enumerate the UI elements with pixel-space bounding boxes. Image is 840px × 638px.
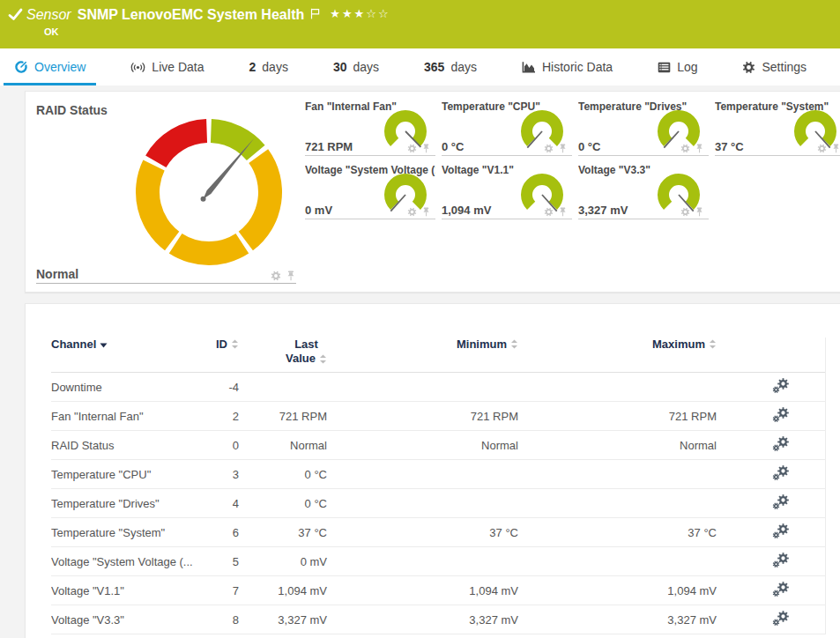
tab-label: days bbox=[262, 60, 288, 74]
gauge-cell: Voltage "V1.1"1,094 mV bbox=[442, 163, 572, 219]
gear-icon[interactable] bbox=[817, 144, 827, 153]
sort-desc-icon bbox=[100, 338, 108, 351]
gauge-value: 37 °C bbox=[715, 140, 744, 153]
gauge-value: 721 RPM bbox=[305, 140, 353, 153]
channel-settings-gears-icon[interactable] bbox=[772, 378, 790, 394]
gear-icon bbox=[742, 61, 755, 74]
channel-name-cell: Voltage "V3.3" bbox=[51, 613, 197, 627]
priority-stars[interactable]: ★★★☆☆ bbox=[330, 6, 390, 22]
raid-gauge-value: Normal bbox=[36, 267, 78, 281]
column-header-last-value[interactable]: Last Value bbox=[239, 338, 327, 366]
channel-name-cell: Fan "Internal Fan" bbox=[51, 410, 197, 423]
star-filled-icon[interactable]: ★ bbox=[342, 7, 354, 20]
star-filled-icon[interactable]: ★ bbox=[330, 7, 342, 20]
column-header-channel[interactable]: Channel bbox=[51, 338, 197, 351]
channel-settings-gears-icon[interactable] bbox=[772, 436, 790, 452]
gauge-value: 0 mV bbox=[305, 204, 332, 217]
gauge-icon bbox=[14, 60, 28, 74]
channel-name-cell: RAID Status bbox=[51, 439, 197, 452]
table-row: Temperature "Drives"40 °C bbox=[51, 489, 825, 518]
tab-30-days[interactable]: 30days bbox=[323, 48, 390, 85]
gear-icon[interactable] bbox=[407, 144, 417, 153]
tab-365-days[interactable]: 365days bbox=[413, 48, 487, 85]
tab-bar: OverviewLive Data2days30days365daysHisto… bbox=[0, 48, 840, 85]
column-header-maximum[interactable]: Maximum bbox=[518, 338, 717, 351]
log-icon bbox=[658, 62, 671, 73]
minimum-cell: 721 RPM bbox=[327, 410, 518, 423]
channel-id-cell: 0 bbox=[197, 439, 239, 452]
pin-icon[interactable] bbox=[421, 207, 431, 217]
column-header-minimum[interactable]: Minimum bbox=[327, 338, 518, 351]
pin-icon[interactable] bbox=[286, 271, 296, 281]
last-value-cell: 0 °C bbox=[239, 497, 327, 510]
broadcast-icon bbox=[130, 61, 145, 74]
star-empty-icon[interactable]: ☆ bbox=[378, 7, 390, 20]
tab-log[interactable]: Log bbox=[647, 48, 708, 85]
pin-icon[interactable] bbox=[558, 144, 568, 153]
table-row: Temperature "CPU"30 °C bbox=[51, 460, 825, 489]
gauge-cell: Fan "Internal Fan"721 RPM bbox=[305, 100, 435, 156]
pin-icon[interactable] bbox=[695, 144, 704, 153]
tab-2-days[interactable]: 2days bbox=[239, 48, 299, 85]
gear-icon[interactable] bbox=[407, 207, 417, 217]
channel-settings-gears-icon[interactable] bbox=[772, 582, 790, 597]
area-chart-icon bbox=[522, 61, 536, 73]
gauge-value: 0 °C bbox=[578, 140, 600, 153]
table-header-row: Channel ID Last Value Minimum Maximum bbox=[51, 338, 825, 373]
channel-settings-gears-icon[interactable] bbox=[772, 553, 790, 568]
channel-settings-gears-icon[interactable] bbox=[772, 494, 790, 510]
tab-overview[interactable]: Overview bbox=[4, 48, 96, 85]
gear-icon[interactable] bbox=[680, 144, 690, 153]
gauge-cell: Temperature "Drives"0 °C bbox=[578, 100, 709, 156]
gear-icon[interactable] bbox=[544, 144, 554, 153]
tab-label: Log bbox=[677, 60, 697, 74]
channel-settings-gears-icon[interactable] bbox=[772, 465, 790, 481]
gauge-cell: Voltage "V3.3"3,327 mV bbox=[578, 163, 709, 219]
pin-icon[interactable] bbox=[421, 144, 431, 153]
raid-status-gauge[interactable] bbox=[131, 115, 286, 273]
sort-icon bbox=[709, 339, 717, 349]
flag-icon[interactable] bbox=[310, 7, 320, 23]
channel-settings-gears-icon[interactable] bbox=[772, 523, 790, 539]
tab-historic-data[interactable]: Historic Data bbox=[511, 48, 623, 85]
table-row: Voltage "V3.3"83,327 mV3,327 mV3,327 mV bbox=[51, 605, 825, 634]
gauge-cell: Temperature "CPU"0 °C bbox=[442, 100, 572, 156]
table-row: Voltage "V1.1"71,094 mV1,094 mV1,094 mV bbox=[51, 576, 825, 605]
column-header-id[interactable]: ID bbox=[197, 338, 239, 351]
star-filled-icon[interactable]: ★ bbox=[354, 7, 367, 20]
channel-name-cell: Voltage "V1.1" bbox=[51, 584, 197, 597]
raid-gauge-icons bbox=[271, 271, 296, 281]
tab-number: 365 bbox=[424, 60, 444, 74]
channel-name-cell: Temperature "System" bbox=[51, 526, 197, 539]
sort-icon bbox=[231, 339, 239, 349]
tab-settings[interactable]: Settings bbox=[732, 48, 817, 85]
pin-icon[interactable] bbox=[695, 207, 704, 217]
tab-live-data[interactable]: Live Data bbox=[120, 48, 214, 85]
channel-settings-gears-icon[interactable] bbox=[772, 407, 790, 423]
minimum-cell: 37 °C bbox=[327, 526, 518, 539]
channel-name-cell: Temperature "Drives" bbox=[51, 497, 197, 510]
tab-label: Overview bbox=[34, 60, 85, 74]
channels-table: Channel ID Last Value Minimum Maximum Do… bbox=[51, 338, 826, 634]
gear-icon[interactable] bbox=[680, 207, 690, 217]
pin-icon[interactable] bbox=[558, 207, 568, 217]
last-value-cell: 1,094 mV bbox=[239, 584, 327, 597]
channel-name-cell: Voltage "System Voltage (... bbox=[51, 555, 197, 568]
last-value-cell: 721 RPM bbox=[239, 410, 327, 423]
minimum-cell: 3,327 mV bbox=[327, 613, 518, 627]
maximum-cell: 721 RPM bbox=[518, 410, 717, 423]
tab-label: Historic Data bbox=[542, 60, 613, 74]
gear-icon[interactable] bbox=[544, 207, 554, 217]
gauge-cell: Voltage "System Voltage (12...0 mV bbox=[305, 163, 435, 219]
last-value-cell: 0 °C bbox=[239, 468, 327, 481]
tab-number: 30 bbox=[333, 60, 347, 74]
channel-name-cell: Downtime bbox=[51, 381, 197, 394]
pin-icon[interactable] bbox=[831, 144, 840, 153]
maximum-cell: Normal bbox=[518, 439, 717, 452]
tab-number: 2 bbox=[249, 60, 256, 74]
gauge-value: 3,327 mV bbox=[578, 204, 628, 217]
table-row: RAID Status0NormalNormalNormal bbox=[51, 431, 825, 460]
star-empty-icon[interactable]: ☆ bbox=[366, 7, 378, 20]
gear-icon[interactable] bbox=[271, 271, 281, 281]
channel-settings-gears-icon[interactable] bbox=[772, 611, 790, 627]
